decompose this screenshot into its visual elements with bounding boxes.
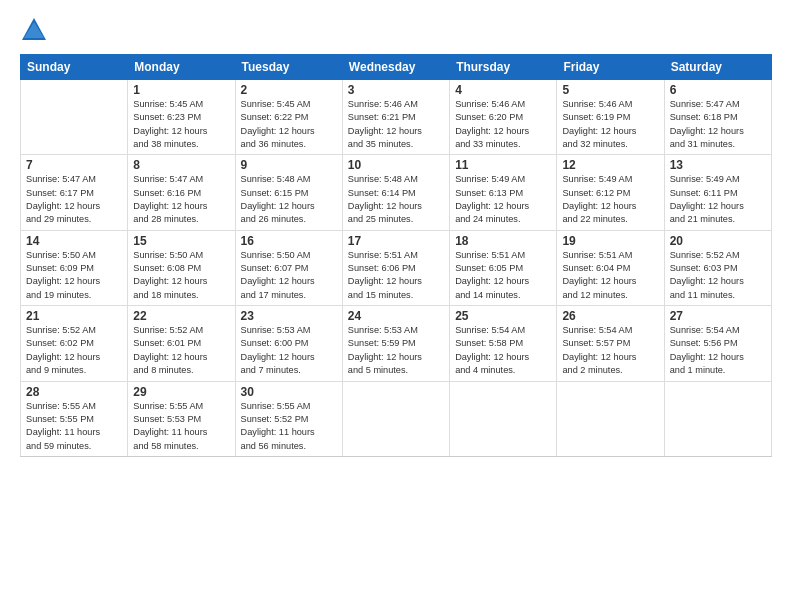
calendar-cell: 10Sunrise: 5:48 AM Sunset: 6:14 PM Dayli… (342, 155, 449, 230)
calendar-week-row: 7Sunrise: 5:47 AM Sunset: 6:17 PM Daylig… (21, 155, 772, 230)
day-number: 2 (241, 83, 337, 97)
day-info: Sunrise: 5:50 AM Sunset: 6:07 PM Dayligh… (241, 249, 337, 302)
calendar-cell: 20Sunrise: 5:52 AM Sunset: 6:03 PM Dayli… (664, 230, 771, 305)
day-info: Sunrise: 5:47 AM Sunset: 6:17 PM Dayligh… (26, 173, 122, 226)
day-number: 8 (133, 158, 229, 172)
calendar-cell: 7Sunrise: 5:47 AM Sunset: 6:17 PM Daylig… (21, 155, 128, 230)
calendar-cell (21, 80, 128, 155)
day-number: 5 (562, 83, 658, 97)
calendar-cell (450, 381, 557, 456)
calendar-week-row: 28Sunrise: 5:55 AM Sunset: 5:55 PM Dayli… (21, 381, 772, 456)
calendar-cell: 12Sunrise: 5:49 AM Sunset: 6:12 PM Dayli… (557, 155, 664, 230)
calendar-cell: 13Sunrise: 5:49 AM Sunset: 6:11 PM Dayli… (664, 155, 771, 230)
day-info: Sunrise: 5:45 AM Sunset: 6:22 PM Dayligh… (241, 98, 337, 151)
calendar-cell: 26Sunrise: 5:54 AM Sunset: 5:57 PM Dayli… (557, 306, 664, 381)
day-number: 13 (670, 158, 766, 172)
day-number: 15 (133, 234, 229, 248)
day-info: Sunrise: 5:54 AM Sunset: 5:57 PM Dayligh… (562, 324, 658, 377)
calendar-cell: 23Sunrise: 5:53 AM Sunset: 6:00 PM Dayli… (235, 306, 342, 381)
day-info: Sunrise: 5:48 AM Sunset: 6:15 PM Dayligh… (241, 173, 337, 226)
day-info: Sunrise: 5:50 AM Sunset: 6:08 PM Dayligh… (133, 249, 229, 302)
calendar-cell: 11Sunrise: 5:49 AM Sunset: 6:13 PM Dayli… (450, 155, 557, 230)
calendar-cell: 16Sunrise: 5:50 AM Sunset: 6:07 PM Dayli… (235, 230, 342, 305)
calendar-cell: 18Sunrise: 5:51 AM Sunset: 6:05 PM Dayli… (450, 230, 557, 305)
day-number: 22 (133, 309, 229, 323)
day-number: 29 (133, 385, 229, 399)
day-number: 27 (670, 309, 766, 323)
day-number: 24 (348, 309, 444, 323)
day-number: 4 (455, 83, 551, 97)
day-info: Sunrise: 5:55 AM Sunset: 5:53 PM Dayligh… (133, 400, 229, 453)
calendar: SundayMondayTuesdayWednesdayThursdayFrid… (20, 54, 772, 457)
logo (20, 16, 52, 44)
day-info: Sunrise: 5:51 AM Sunset: 6:06 PM Dayligh… (348, 249, 444, 302)
day-info: Sunrise: 5:49 AM Sunset: 6:13 PM Dayligh… (455, 173, 551, 226)
day-number: 14 (26, 234, 122, 248)
calendar-cell: 9Sunrise: 5:48 AM Sunset: 6:15 PM Daylig… (235, 155, 342, 230)
day-info: Sunrise: 5:49 AM Sunset: 6:11 PM Dayligh… (670, 173, 766, 226)
calendar-cell (557, 381, 664, 456)
day-info: Sunrise: 5:49 AM Sunset: 6:12 PM Dayligh… (562, 173, 658, 226)
weekday-header: Thursday (450, 55, 557, 80)
day-info: Sunrise: 5:47 AM Sunset: 6:18 PM Dayligh… (670, 98, 766, 151)
day-number: 16 (241, 234, 337, 248)
day-number: 21 (26, 309, 122, 323)
day-number: 9 (241, 158, 337, 172)
day-info: Sunrise: 5:46 AM Sunset: 6:19 PM Dayligh… (562, 98, 658, 151)
calendar-cell: 3Sunrise: 5:46 AM Sunset: 6:21 PM Daylig… (342, 80, 449, 155)
calendar-cell: 2Sunrise: 5:45 AM Sunset: 6:22 PM Daylig… (235, 80, 342, 155)
day-info: Sunrise: 5:54 AM Sunset: 5:56 PM Dayligh… (670, 324, 766, 377)
calendar-header-row: SundayMondayTuesdayWednesdayThursdayFrid… (21, 55, 772, 80)
day-number: 6 (670, 83, 766, 97)
day-info: Sunrise: 5:52 AM Sunset: 6:03 PM Dayligh… (670, 249, 766, 302)
day-number: 26 (562, 309, 658, 323)
weekday-header: Wednesday (342, 55, 449, 80)
day-number: 18 (455, 234, 551, 248)
svg-marker-1 (24, 22, 44, 38)
calendar-cell: 4Sunrise: 5:46 AM Sunset: 6:20 PM Daylig… (450, 80, 557, 155)
day-info: Sunrise: 5:47 AM Sunset: 6:16 PM Dayligh… (133, 173, 229, 226)
calendar-cell: 27Sunrise: 5:54 AM Sunset: 5:56 PM Dayli… (664, 306, 771, 381)
day-info: Sunrise: 5:46 AM Sunset: 6:21 PM Dayligh… (348, 98, 444, 151)
day-info: Sunrise: 5:51 AM Sunset: 6:05 PM Dayligh… (455, 249, 551, 302)
calendar-week-row: 21Sunrise: 5:52 AM Sunset: 6:02 PM Dayli… (21, 306, 772, 381)
day-info: Sunrise: 5:48 AM Sunset: 6:14 PM Dayligh… (348, 173, 444, 226)
day-number: 12 (562, 158, 658, 172)
day-number: 10 (348, 158, 444, 172)
day-number: 19 (562, 234, 658, 248)
day-number: 20 (670, 234, 766, 248)
calendar-cell: 5Sunrise: 5:46 AM Sunset: 6:19 PM Daylig… (557, 80, 664, 155)
weekday-header: Monday (128, 55, 235, 80)
day-number: 17 (348, 234, 444, 248)
day-info: Sunrise: 5:53 AM Sunset: 6:00 PM Dayligh… (241, 324, 337, 377)
calendar-cell: 30Sunrise: 5:55 AM Sunset: 5:52 PM Dayli… (235, 381, 342, 456)
calendar-cell: 6Sunrise: 5:47 AM Sunset: 6:18 PM Daylig… (664, 80, 771, 155)
calendar-cell (342, 381, 449, 456)
calendar-cell: 1Sunrise: 5:45 AM Sunset: 6:23 PM Daylig… (128, 80, 235, 155)
calendar-cell: 25Sunrise: 5:54 AM Sunset: 5:58 PM Dayli… (450, 306, 557, 381)
day-number: 25 (455, 309, 551, 323)
logo-icon (20, 16, 48, 44)
day-info: Sunrise: 5:55 AM Sunset: 5:55 PM Dayligh… (26, 400, 122, 453)
day-info: Sunrise: 5:51 AM Sunset: 6:04 PM Dayligh… (562, 249, 658, 302)
calendar-cell: 21Sunrise: 5:52 AM Sunset: 6:02 PM Dayli… (21, 306, 128, 381)
calendar-week-row: 14Sunrise: 5:50 AM Sunset: 6:09 PM Dayli… (21, 230, 772, 305)
calendar-cell: 29Sunrise: 5:55 AM Sunset: 5:53 PM Dayli… (128, 381, 235, 456)
day-number: 3 (348, 83, 444, 97)
header (20, 16, 772, 44)
page: SundayMondayTuesdayWednesdayThursdayFrid… (0, 0, 792, 612)
weekday-header: Tuesday (235, 55, 342, 80)
day-number: 11 (455, 158, 551, 172)
day-info: Sunrise: 5:46 AM Sunset: 6:20 PM Dayligh… (455, 98, 551, 151)
calendar-cell: 17Sunrise: 5:51 AM Sunset: 6:06 PM Dayli… (342, 230, 449, 305)
day-number: 28 (26, 385, 122, 399)
weekday-header: Saturday (664, 55, 771, 80)
weekday-header: Sunday (21, 55, 128, 80)
calendar-week-row: 1Sunrise: 5:45 AM Sunset: 6:23 PM Daylig… (21, 80, 772, 155)
calendar-cell: 19Sunrise: 5:51 AM Sunset: 6:04 PM Dayli… (557, 230, 664, 305)
day-info: Sunrise: 5:55 AM Sunset: 5:52 PM Dayligh… (241, 400, 337, 453)
day-number: 23 (241, 309, 337, 323)
calendar-cell: 24Sunrise: 5:53 AM Sunset: 5:59 PM Dayli… (342, 306, 449, 381)
calendar-cell: 14Sunrise: 5:50 AM Sunset: 6:09 PM Dayli… (21, 230, 128, 305)
day-info: Sunrise: 5:54 AM Sunset: 5:58 PM Dayligh… (455, 324, 551, 377)
